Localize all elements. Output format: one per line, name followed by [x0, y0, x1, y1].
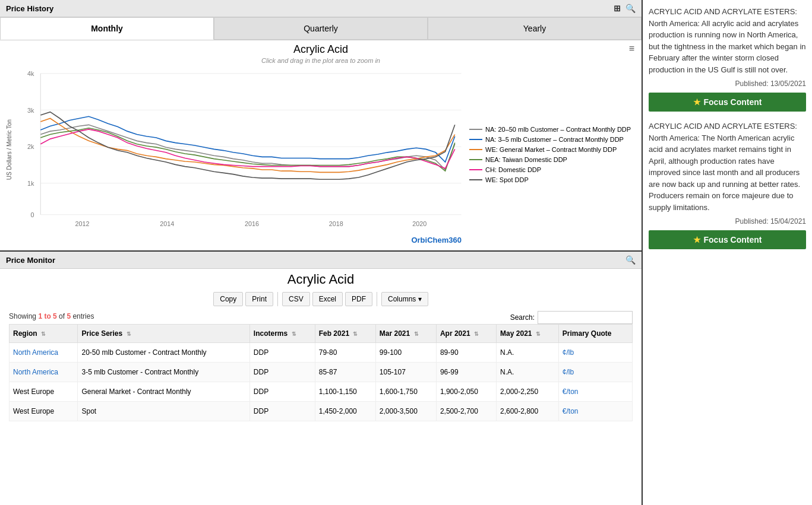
- article-2-date: Published: 15/04/2021: [649, 216, 806, 227]
- col-mar2021[interactable]: Mar 2021 ⇅: [375, 325, 436, 343]
- col-apr2021[interactable]: Apr 2021 ⇅: [436, 325, 496, 343]
- tab-quarterly[interactable]: Quarterly: [214, 17, 428, 40]
- monitor-content: Acrylic Acid Copy Print CSV Excel PDF Co…: [0, 269, 642, 505]
- grid-icon[interactable]: ⊞: [614, 4, 621, 13]
- search-bar: Search:: [510, 311, 633, 324]
- article-2-text: ACRYLIC ACID AND ACRYLATE ESTERS: North …: [649, 120, 806, 213]
- legend-item-3: WE: General Market – Contract Monthly DD…: [469, 146, 636, 153]
- price-table: Region ⇅ Price Series ⇅ Incoterms ⇅ Feb …: [9, 324, 633, 421]
- legend-item-4: NEA: Taiwan Domestic DDP: [469, 156, 636, 163]
- focus-button-2[interactable]: ★Focus Content: [649, 230, 806, 249]
- svg-text:1k: 1k: [27, 180, 34, 187]
- table-row: North America 3-5 mlb Customer - Contrac…: [10, 363, 633, 382]
- table-header-row: Region ⇅ Price Series ⇅ Incoterms ⇅ Feb …: [10, 325, 633, 343]
- cell-incoterms: DDP: [249, 402, 315, 421]
- star-icon-1: ★: [693, 97, 701, 107]
- cell-primary-quote: ¢/lb: [558, 363, 632, 382]
- quote-link[interactable]: ¢/lb: [563, 348, 574, 357]
- cell-region: North America: [10, 363, 78, 382]
- orbichem-logo: OrbiChem360: [15, 236, 465, 244]
- table-row: North America 20-50 mlb Customer - Contr…: [10, 343, 633, 363]
- price-monitor-header: Price Monitor 🔍: [0, 252, 642, 269]
- price-history-header: Price History ⊞ 🔍: [0, 0, 642, 17]
- col-feb2021[interactable]: Feb 2021 ⇅: [315, 325, 375, 343]
- print-button[interactable]: Print: [245, 292, 273, 306]
- cell-primary-quote: €/ton: [558, 382, 632, 402]
- chart-legend: NA: 20–50 mlb Customer – Contract Monthl…: [469, 67, 636, 244]
- focus-button-1[interactable]: ★Focus Content: [649, 93, 806, 112]
- cell-may2021: N.A.: [497, 363, 559, 382]
- cell-mar2021: 2,000-3,500: [375, 402, 436, 421]
- search-icon[interactable]: 🔍: [625, 4, 636, 13]
- csv-button[interactable]: CSV: [282, 292, 310, 306]
- tab-yearly[interactable]: Yearly: [428, 17, 642, 40]
- excel-button[interactable]: Excel: [312, 292, 343, 306]
- cell-mar2021: 1,600-1,750: [375, 382, 436, 402]
- region-text: West Europe: [13, 407, 54, 415]
- chart-menu-icon[interactable]: ≡: [629, 43, 634, 54]
- cell-price-series: 3-5 mlb Customer - Contract Monthly: [78, 363, 249, 382]
- cell-feb2021: 1,450-2,000: [315, 402, 375, 421]
- cell-primary-quote: ¢/lb: [558, 343, 632, 363]
- svg-text:2016: 2016: [245, 220, 259, 227]
- cell-price-series: Spot: [78, 402, 249, 421]
- legend-item-1: NA: 20–50 mlb Customer – Contract Monthl…: [469, 126, 636, 133]
- col-may2021[interactable]: May 2021 ⇅: [497, 325, 559, 343]
- svg-text:2018: 2018: [329, 220, 343, 227]
- cell-may2021: N.A.: [497, 343, 559, 363]
- columns-button[interactable]: Columns ▾: [381, 292, 428, 306]
- cell-region: North America: [10, 343, 78, 363]
- chart-title: Acrylic Acid: [6, 43, 636, 56]
- cell-incoterms: DDP: [249, 343, 315, 363]
- chart-plot[interactable]: 4k 3k 2k 1k 0 2012 2014 2016 2018 2020: [15, 67, 465, 244]
- cell-incoterms: DDP: [249, 382, 315, 402]
- cell-may2021: 2,000-2,250: [497, 382, 559, 402]
- cell-feb2021: 85-87: [315, 363, 375, 382]
- col-region[interactable]: Region ⇅: [10, 325, 78, 343]
- search-label: Search:: [510, 313, 535, 322]
- svg-text:2014: 2014: [160, 220, 174, 227]
- price-history-title: Price History: [6, 4, 53, 13]
- cell-primary-quote: €/ton: [558, 402, 632, 421]
- svg-text:0: 0: [30, 211, 34, 218]
- col-price-series[interactable]: Price Series ⇅: [78, 325, 249, 343]
- cell-region: West Europe: [10, 402, 78, 421]
- chart-svg: 4k 3k 2k 1k 0 2012 2014 2016 2018 2020: [15, 67, 465, 234]
- monitor-search-icon[interactable]: 🔍: [625, 255, 636, 265]
- chart-area: Acrylic Acid Click and drag in the plot …: [0, 40, 642, 250]
- cell-feb2021: 1,100-1,150: [315, 382, 375, 402]
- col-primary-quote[interactable]: Primary Quote: [558, 325, 632, 343]
- cell-mar2021: 105-107: [375, 363, 436, 382]
- svg-text:2020: 2020: [412, 220, 426, 227]
- legend-item-5: CH: Domestic DDP: [469, 166, 636, 173]
- monitor-table-title: Acrylic Acid: [9, 272, 633, 287]
- col-incoterms[interactable]: Incoterms ⇅: [249, 325, 315, 343]
- search-input[interactable]: [538, 311, 633, 324]
- quote-link[interactable]: €/ton: [563, 407, 579, 415]
- period-tabs: Monthly Quarterly Yearly: [0, 17, 642, 40]
- svg-text:4k: 4k: [27, 70, 34, 77]
- cell-incoterms: DDP: [249, 363, 315, 382]
- svg-text:2k: 2k: [27, 143, 34, 150]
- pdf-button[interactable]: PDF: [345, 292, 372, 306]
- region-text: West Europe: [13, 388, 54, 396]
- star-icon-2: ★: [693, 235, 701, 244]
- tab-monthly[interactable]: Monthly: [0, 17, 214, 40]
- cell-apr2021: 1,900-2,050: [436, 382, 496, 402]
- cell-apr2021: 2,500-2,700: [436, 402, 496, 421]
- svg-text:3k: 3k: [27, 107, 34, 114]
- cell-price-series: 20-50 mlb Customer - Contract Monthly: [78, 343, 249, 363]
- chart-subtitle: Click and drag in the plot area to zoom …: [6, 57, 636, 64]
- table-row: West Europe General Market - Contract Mo…: [10, 382, 633, 402]
- region-link[interactable]: North America: [13, 348, 58, 357]
- cell-price-series: General Market - Contract Monthly: [78, 382, 249, 402]
- copy-button[interactable]: Copy: [213, 292, 243, 306]
- region-link[interactable]: North America: [13, 368, 58, 376]
- table-row: West Europe Spot DDP 1,450-2,000 2,000-3…: [10, 402, 633, 421]
- quote-link[interactable]: ¢/lb: [563, 368, 574, 376]
- cell-feb2021: 79-80: [315, 343, 375, 363]
- svg-text:2012: 2012: [75, 220, 90, 227]
- y-axis-label: US Dollars / Metric Ton: [6, 67, 12, 244]
- article-1-text: ACRYLIC ACID AND ACRYLATE ESTERS: North …: [649, 6, 806, 75]
- quote-link[interactable]: €/ton: [563, 388, 579, 396]
